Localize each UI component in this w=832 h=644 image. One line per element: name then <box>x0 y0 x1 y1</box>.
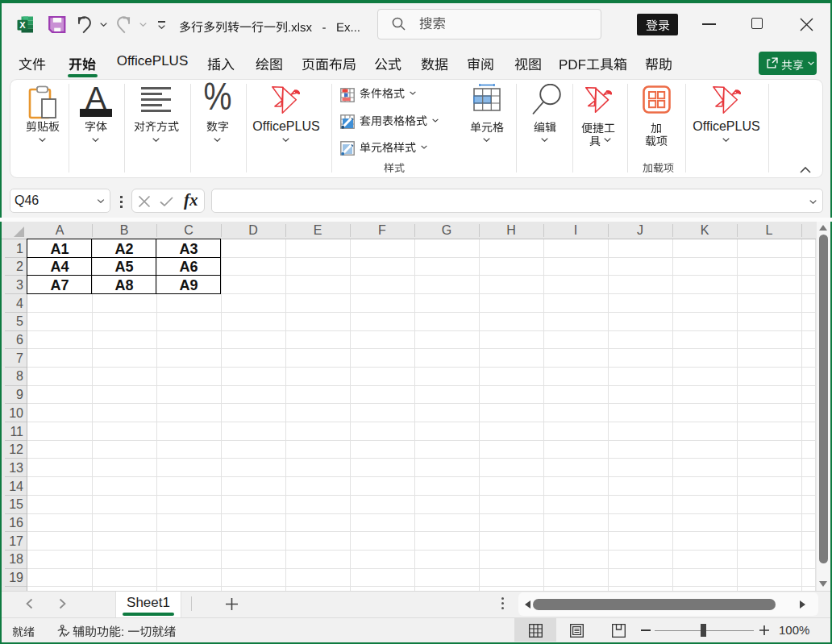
svg-text:X: X <box>19 20 26 30</box>
